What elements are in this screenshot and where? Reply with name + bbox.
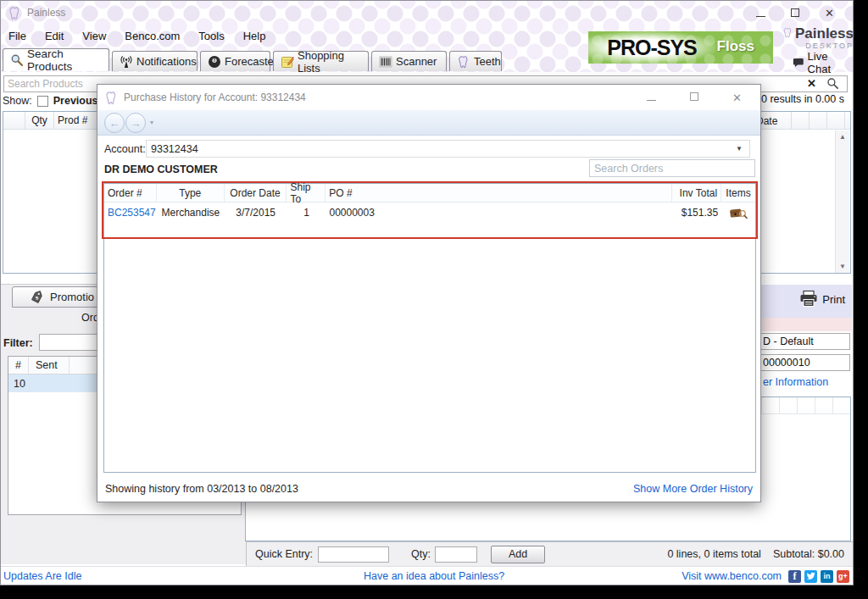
previous-purchases-checkbox[interactable] [37, 96, 48, 107]
items-cell[interactable] [721, 207, 755, 219]
tab-forecaster[interactable]: 8 Forecaster [200, 51, 270, 71]
order-number-link[interactable]: BC253547 [104, 207, 157, 219]
tooth-icon [104, 91, 119, 105]
show-more-history-link[interactable]: Show More Order History [633, 483, 753, 495]
header-cell-order[interactable]: Order # [104, 184, 157, 202]
menu-bar: File Edit View Benco.com Tools Help [1, 25, 265, 47]
tab-shopping-lists[interactable]: Shopping Lists [273, 51, 369, 71]
menu-tools[interactable]: Tools [198, 30, 224, 42]
quick-entry-input[interactable] [318, 546, 389, 563]
header-cell-sent[interactable]: Sent [29, 357, 70, 374]
dialog-nav-bar: ← → ▾ [97, 110, 760, 136]
subtotal-label: Subtotal: [773, 548, 815, 560]
facebook-icon[interactable]: f [788, 570, 801, 583]
ship-to: 1 [287, 207, 326, 219]
nav-dropdown-icon[interactable]: ▾ [150, 119, 153, 126]
tab-search-products[interactable]: Search Products [3, 48, 109, 71]
header-cell-items[interactable]: Items [721, 184, 755, 202]
tab-label: Notifications [136, 55, 197, 68]
order-history-grid: Order # Type Order Date Ship To PO # Inv… [103, 183, 756, 473]
header-cell-order-date[interactable]: Order Date [225, 184, 287, 202]
minimize-icon [647, 100, 656, 101]
dialog-footer: Showing history from 03/2013 to 08/2013 … [97, 476, 760, 502]
po-number-value: 00000010 [763, 357, 810, 369]
updates-status-link[interactable]: Updates Are Idle [1, 570, 81, 582]
search-orders-input[interactable] [589, 159, 755, 177]
results-count: 0 results in 0.00 s [761, 93, 844, 105]
quick-entry-label: Quick Entry: [255, 548, 313, 560]
print-label: Print [822, 293, 845, 306]
menu-edit[interactable]: Edit [45, 30, 64, 42]
tab-label: Teeth [474, 55, 501, 68]
google-plus-icon[interactable]: g+ [837, 570, 849, 583]
maximize-button[interactable] [791, 8, 799, 19]
eight-ball-icon: 8 [208, 55, 221, 69]
close-button[interactable]: ✕ [825, 8, 834, 19]
magnifier-icon [10, 53, 24, 67]
menu-help[interactable]: Help [243, 30, 266, 42]
dialog-minimize-button[interactable] [647, 92, 656, 103]
tooth-icon [457, 55, 470, 69]
order-type: Merchandise [157, 207, 225, 219]
price-tag-icon: $ [30, 291, 45, 304]
menu-view[interactable]: View [82, 30, 106, 42]
app-title: Painless [27, 7, 65, 19]
print-button[interactable]: Print [798, 290, 845, 308]
scroll-up-icon[interactable]: ▲ [836, 133, 849, 141]
account-dropdown[interactable]: 93312434 ▼ [146, 140, 750, 158]
header-cell-qty[interactable]: Qty [25, 112, 54, 129]
menu-benco[interactable]: Benco.com [125, 30, 180, 42]
header-cell-ship-to[interactable]: Ship To [287, 184, 326, 202]
customer-information-link[interactable]: er Information [763, 376, 828, 388]
dialog-window-controls: ✕ [647, 92, 760, 104]
header-right-cluster: Date [751, 112, 854, 130]
screen: Painless ✕ File Edit View Benco.com Tool… [0, 0, 868, 599]
order-totals: 0 lines, 0 items total Subtotal: $0.00 [667, 548, 844, 560]
filter-label: Filter: [3, 337, 33, 349]
header-cell-type[interactable]: Type [157, 184, 225, 202]
chevron-down-icon: ▼ [736, 145, 743, 153]
linkedin-icon[interactable]: in [821, 570, 833, 583]
dialog-maximize-button[interactable] [690, 92, 698, 103]
maximize-icon [690, 92, 698, 101]
dialog-title: Purchase History for Account: 93312434 [124, 92, 306, 103]
customer-name: DR DEMO CUSTOMER [104, 164, 218, 175]
grid-header-row: Order # Type Order Date Ship To PO # Inv… [104, 184, 755, 202]
minimize-button[interactable] [756, 8, 765, 19]
dialog-titlebar: Purchase History for Account: 93312434 ✕ [97, 85, 760, 110]
promotion-number: 10 [14, 378, 25, 390]
header-cell-number[interactable]: # [8, 357, 29, 374]
back-button[interactable]: ← [104, 113, 125, 133]
tab-notifications[interactable]: Notifications [112, 51, 198, 71]
antenna-icon [120, 55, 133, 69]
order-row[interactable]: BC253547 Merchandise 3/7/2015 1 00000003… [104, 202, 755, 223]
notepad-pencil-icon [281, 55, 294, 69]
vertical-scrollbar[interactable]: ▲ ▼ [835, 130, 849, 273]
app-titlebar: Painless ✕ [1, 1, 853, 25]
feedback-link[interactable]: Have an idea about Painless? [364, 570, 504, 582]
qty-input[interactable] [435, 546, 477, 563]
invoice-total: $151.35 [672, 207, 721, 219]
scroll-down-icon[interactable]: ▼ [836, 263, 849, 270]
show-label: Show: [3, 95, 32, 107]
search-icon[interactable] [826, 77, 839, 90]
twitter-icon[interactable] [804, 570, 817, 583]
tab-label: Shopping Lists [298, 49, 361, 75]
subtotal-value: $0.00 [818, 548, 844, 560]
twitter-bird-icon [806, 572, 815, 580]
clear-search-icon[interactable]: ✕ [807, 77, 816, 90]
add-button[interactable]: Add [491, 546, 545, 563]
forward-button[interactable]: → [125, 113, 146, 133]
dialog-close-button[interactable]: ✕ [732, 92, 742, 104]
visit-benco-link[interactable]: Visit www.benco.com [682, 570, 782, 582]
tab-teeth[interactable]: Teeth [449, 51, 502, 71]
painless-desktop-logo: Painless DESKTOP [782, 26, 854, 50]
menu-file[interactable]: File [8, 30, 26, 42]
printer-icon [798, 290, 819, 308]
po-number: 00000003 [326, 207, 672, 219]
header-cell-po[interactable]: PO # [326, 184, 672, 202]
tooth-icon [8, 6, 22, 20]
tab-scanner[interactable]: Scanner [371, 51, 447, 71]
header-cell-inv-total[interactable]: Inv Total [672, 184, 721, 202]
header-cell-blank [827, 112, 845, 130]
